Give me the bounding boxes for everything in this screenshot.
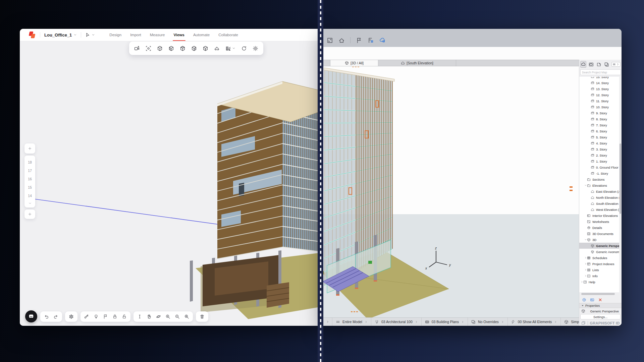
snaptrude-canvas[interactable]: 1817161514 — [20, 41, 321, 326]
tree-item-3-story[interactable]: 3. Story — [579, 146, 619, 152]
view-cube-front-button[interactable] — [203, 46, 208, 51]
view-map-button[interactable] — [588, 61, 594, 68]
tree-item-project-indexes[interactable]: Project Indexes — [579, 261, 619, 267]
gear-flower-button[interactable] — [69, 313, 74, 319]
menu-item-design[interactable]: Design — [105, 29, 126, 41]
publisher-button[interactable] — [604, 61, 610, 68]
teamwork-cloud-button[interactable] — [379, 37, 386, 43]
menu-item-measure[interactable]: Measure — [146, 29, 169, 41]
tree-item-elevations[interactable]: Elevations — [579, 182, 619, 188]
menu-item-collaborate[interactable]: Collaborate — [214, 29, 243, 41]
tree-item-3d-documents[interactable]: 3D Documents — [579, 231, 619, 237]
bulb-button[interactable] — [94, 313, 99, 319]
refresh-button[interactable] — [241, 46, 247, 51]
fit-frame-button[interactable] — [327, 37, 333, 43]
tree-item-2-story[interactable]: 2. Story — [579, 152, 619, 158]
zoom-in-button[interactable] — [165, 313, 170, 319]
redo-button[interactable] — [53, 313, 58, 319]
tree-item-11-story[interactable]: 11. Story — [579, 98, 619, 104]
chevron-right-icon[interactable] — [584, 262, 587, 265]
add-storey-above-button[interactable] — [24, 143, 35, 154]
close-button[interactable] — [598, 297, 602, 303]
tree-item-generic-perspect[interactable]: Generic Perspect — [579, 243, 619, 249]
tree-item-7-story[interactable]: 7. Story — [579, 122, 619, 128]
hand-button[interactable] — [147, 313, 152, 319]
menu-item-automate[interactable]: Automate — [189, 29, 214, 41]
tree-item-4-story[interactable]: 4. Story — [579, 140, 619, 146]
add-storey-below-button[interactable] — [24, 209, 35, 219]
view-cube-top-button[interactable] — [180, 46, 185, 51]
tree-item-1-story[interactable]: 1. Story — [579, 158, 619, 164]
chevron-right-icon[interactable] — [584, 275, 587, 277]
tree-item-north-elevation-a[interactable]: North Elevation (A — [579, 194, 619, 200]
tree-item-south-elevation-a[interactable]: South Elevation (A — [579, 200, 619, 206]
tree-item-9-story[interactable]: 9. Story — [579, 110, 619, 116]
quick-options-expand-button[interactable] — [323, 318, 332, 326]
sun-path-button[interactable] — [225, 46, 235, 51]
tree-item-west-elevation-au[interactable]: West Elevation (Au — [579, 206, 619, 213]
tree-item-interior-elevations[interactable]: Interior Elevations — [579, 213, 619, 219]
ibeam-button[interactable] — [137, 313, 142, 319]
storey-15[interactable]: 15 — [24, 183, 35, 192]
settings-button[interactable]: Settings... — [580, 314, 621, 319]
tree-item-east-elevation-au[interactable]: East Elevation (Au — [579, 188, 619, 194]
orbit-button[interactable] — [156, 313, 161, 319]
cursor-tool-button[interactable] — [85, 33, 95, 38]
storey-18[interactable]: 18 — [24, 158, 35, 167]
tree-item-info[interactable]: Info — [579, 273, 619, 279]
tree-item-8-story[interactable]: 8. Story — [579, 116, 619, 122]
quick-option-03-building-plans[interactable]: 03 Building Plans — [421, 318, 468, 326]
chevron-right-icon[interactable] — [584, 256, 587, 259]
tree-item-14-story[interactable]: 14. Story — [579, 80, 619, 86]
chevron-right-icon[interactable] — [580, 281, 583, 283]
undo-button[interactable] — [44, 313, 49, 319]
project-map-button[interactable] — [580, 61, 586, 68]
tree-item-3d[interactable]: 3D — [579, 237, 619, 243]
vertical-scrollbar[interactable] — [620, 143, 621, 214]
search-input[interactable] — [580, 69, 621, 75]
flag-tool-button[interactable] — [103, 313, 108, 319]
chevron-down-icon[interactable] — [584, 184, 587, 187]
settings-gear-button[interactable] — [253, 46, 258, 51]
layout-book-button[interactable] — [596, 61, 602, 68]
unlock-button[interactable] — [122, 313, 127, 319]
tree-item-schedules[interactable]: Schedules — [579, 255, 619, 261]
quick-option-no-overrides[interactable]: No Overrides — [468, 318, 507, 326]
menu-item-views[interactable]: Views — [169, 29, 189, 41]
navigator-menu-button[interactable] — [611, 62, 621, 67]
trash-button[interactable] — [200, 313, 205, 319]
horizontal-scrollbar[interactable] — [581, 293, 615, 295]
add-circle-button[interactable] — [582, 297, 586, 303]
storey-17[interactable]: 17 — [24, 167, 35, 175]
properties-header[interactable]: Properties — [579, 303, 622, 308]
storey-14[interactable]: 14 — [24, 192, 35, 200]
storey-16[interactable]: 16 — [24, 175, 35, 183]
tree-item-5-story[interactable]: 5. Story — [579, 134, 619, 140]
storey-more-button[interactable] — [24, 200, 35, 206]
tab-3d-all[interactable]: [3D / All] — [330, 60, 378, 66]
tree-item-generic-axonomet[interactable]: Generic Axonomet — [579, 249, 619, 255]
favorites-button[interactable] — [368, 37, 374, 43]
tree-item-12-story[interactable]: 12. Story — [579, 92, 619, 98]
tree-item-10-story[interactable]: 10. Story — [579, 104, 619, 110]
zoom-fit-button[interactable] — [184, 313, 189, 319]
card-button[interactable] — [590, 297, 594, 303]
flag-button[interactable] — [356, 37, 362, 43]
tree-item-15-story[interactable]: 15. Story — [579, 77, 619, 80]
tree-item-sections[interactable]: Sections — [579, 176, 619, 182]
archicad-canvas[interactable]: z y x — [323, 67, 579, 317]
tree-item-0-ground-floor[interactable]: 0. Ground Floor — [579, 164, 619, 170]
add-camera-button[interactable] — [134, 46, 140, 51]
lock-button[interactable] — [112, 313, 117, 319]
project-title-dropdown[interactable]: Lou_Office_1 — [44, 33, 77, 38]
tree-item-details[interactable]: Details — [579, 225, 619, 231]
view-cube-left-button[interactable] — [168, 46, 174, 51]
comments-button[interactable] — [25, 310, 37, 322]
tree-item-help[interactable]: Help — [579, 279, 619, 285]
tree-item-13-story[interactable]: 13. Story — [579, 86, 619, 92]
quick-option-00-show-all-elements[interactable]: 00 Show All Elements — [507, 318, 561, 326]
tree-item-6-story[interactable]: 6. Story — [579, 128, 619, 134]
quick-option-03-architectural-100[interactable]: 03 Architectural 100 — [371, 318, 421, 326]
view-cube-right-button[interactable] — [191, 46, 197, 51]
home-button[interactable] — [338, 37, 345, 43]
